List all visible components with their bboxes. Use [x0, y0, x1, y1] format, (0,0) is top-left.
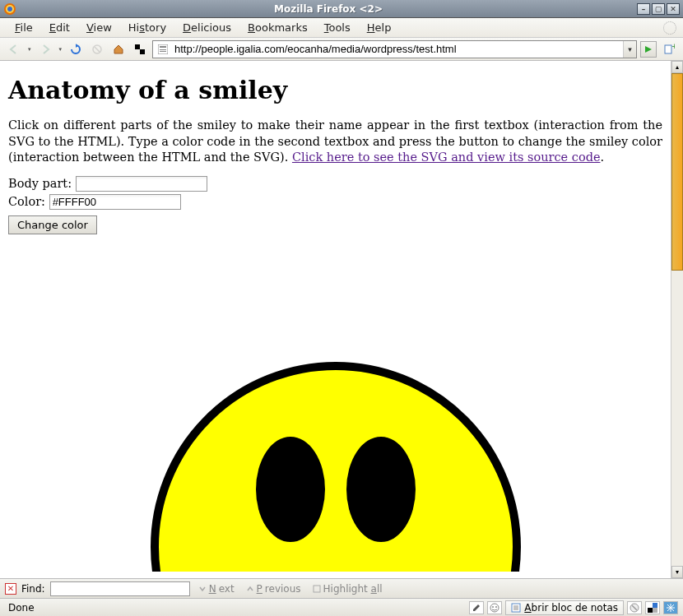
page-heading: Anatomy of a smiley — [8, 76, 662, 104]
forward-dropdown[interactable]: ▾ — [58, 46, 64, 53]
find-label: Find: — [21, 583, 45, 595]
status-text: Done — [5, 602, 466, 614]
svg-rect-10 — [160, 51, 166, 52]
menu-tools[interactable]: Tools — [316, 20, 359, 35]
close-button[interactable]: ✕ — [667, 3, 680, 15]
scroll-up-button[interactable]: ▴ — [671, 61, 683, 73]
svg-rect-8 — [160, 46, 166, 48]
navigation-toolbar: ▾ ▾ ▾ + — [0, 38, 683, 61]
notepad-button[interactable]: Abrir bloc de notas — [505, 600, 624, 615]
throbber-icon — [663, 21, 676, 35]
status-smiley-icon[interactable] — [487, 601, 502, 614]
smiley-svg[interactable] — [8, 317, 662, 574]
find-bar: ✕ Find: Next Previous Highlight all — [0, 578, 683, 598]
svg-rect-5 — [135, 44, 140, 49]
status-snowflake-icon[interactable] — [663, 601, 678, 614]
notepad-rest: brir bloc de notas — [532, 602, 618, 614]
svg-point-2 — [7, 7, 12, 12]
highlight-icon — [313, 585, 321, 593]
color-row: Color: — [8, 194, 662, 210]
svg-rect-6 — [140, 49, 145, 54]
svg-point-15 — [492, 606, 494, 608]
status-bar: Done Abrir bloc de notas — [0, 598, 683, 616]
url-bar[interactable]: ▾ — [152, 40, 637, 58]
intro-paragraph: Click on different parts of the smiley t… — [8, 118, 662, 166]
page-content: Anatomy of a smiley Click on different p… — [0, 61, 671, 578]
highlight-all-button[interactable]: Highlight all — [309, 583, 386, 595]
bodypart-row: Body part: — [8, 176, 662, 192]
menu-view[interactable]: View — [78, 20, 120, 35]
minimize-button[interactable]: – — [637, 3, 650, 15]
svg-rect-26 — [653, 608, 657, 613]
url-history-dropdown[interactable]: ▾ — [623, 41, 636, 58]
findbar-close-button[interactable]: ✕ — [5, 583, 16, 595]
menu-edit[interactable]: Edit — [41, 20, 78, 35]
svg-rect-24 — [653, 603, 657, 608]
source-code-link[interactable]: Click here to see the SVG and view its s… — [292, 151, 601, 164]
menu-delicious[interactable]: Delicious — [174, 20, 239, 35]
window-titlebar: Mozilla Firefox <2> – ▢ ✕ — [0, 0, 683, 18]
svg-rect-13 — [314, 586, 320, 592]
menu-history[interactable]: History — [120, 20, 174, 35]
color-label: Color: — [8, 195, 45, 208]
back-button[interactable] — [5, 41, 23, 58]
smiley-right-eye[interactable] — [346, 437, 416, 542]
color-input[interactable] — [49, 194, 181, 210]
content-area: Anatomy of a smiley Click on different p… — [0, 61, 683, 578]
back-dropdown[interactable]: ▾ — [26, 46, 33, 53]
bodypart-input[interactable] — [76, 176, 207, 192]
reload-button[interactable] — [67, 41, 85, 58]
menu-help[interactable]: Help — [359, 20, 400, 35]
svg-text:+: + — [671, 44, 675, 50]
url-input[interactable] — [173, 41, 623, 57]
menu-bar: File Edit View History Delicious Bookmar… — [0, 18, 683, 38]
menu-file[interactable]: File — [7, 20, 41, 35]
smiley-face[interactable] — [155, 366, 517, 572]
status-delicious-icon[interactable] — [645, 601, 660, 614]
page-favicon — [156, 43, 170, 56]
scroll-thumb[interactable] — [671, 73, 683, 271]
bookmark-add-icon[interactable]: + — [660, 41, 678, 58]
svg-rect-11 — [665, 45, 671, 53]
home-button[interactable] — [109, 41, 128, 58]
bodypart-label: Body part: — [8, 177, 72, 190]
arrow-down-icon — [198, 585, 207, 593]
find-next-button[interactable]: Next — [195, 583, 238, 595]
firefox-icon — [3, 2, 16, 16]
forward-button[interactable] — [36, 41, 54, 58]
scroll-down-button[interactable]: ▾ — [671, 566, 683, 578]
go-button[interactable] — [640, 41, 657, 58]
svg-line-4 — [95, 47, 100, 52]
find-prev-rest: revious — [265, 583, 301, 595]
find-input[interactable] — [50, 581, 190, 596]
status-noscript-icon[interactable] — [627, 601, 642, 614]
find-previous-button[interactable]: Previous — [243, 583, 304, 595]
change-color-button[interactable]: Change color — [8, 215, 97, 234]
scroll-track[interactable] — [671, 73, 683, 566]
arrow-up-icon — [246, 585, 254, 593]
delicious-toolbar-icon[interactable] — [131, 41, 149, 58]
svg-rect-25 — [648, 608, 653, 613]
menu-bookmarks[interactable]: Bookmarks — [239, 20, 316, 35]
intro-period: . — [601, 151, 605, 164]
find-next-rest: ext — [219, 583, 235, 595]
stop-button[interactable] — [88, 41, 106, 58]
svg-rect-23 — [648, 603, 653, 608]
status-edit-icon[interactable] — [469, 601, 484, 614]
smiley-left-eye[interactable] — [256, 437, 325, 542]
svg-point-16 — [495, 606, 497, 608]
maximize-button[interactable]: ▢ — [652, 3, 665, 15]
svg-rect-9 — [160, 49, 166, 50]
notepad-icon — [511, 603, 521, 613]
window-title: Mozilla Firefox <2> — [21, 3, 635, 15]
vertical-scrollbar[interactable]: ▴ ▾ — [671, 61, 683, 578]
